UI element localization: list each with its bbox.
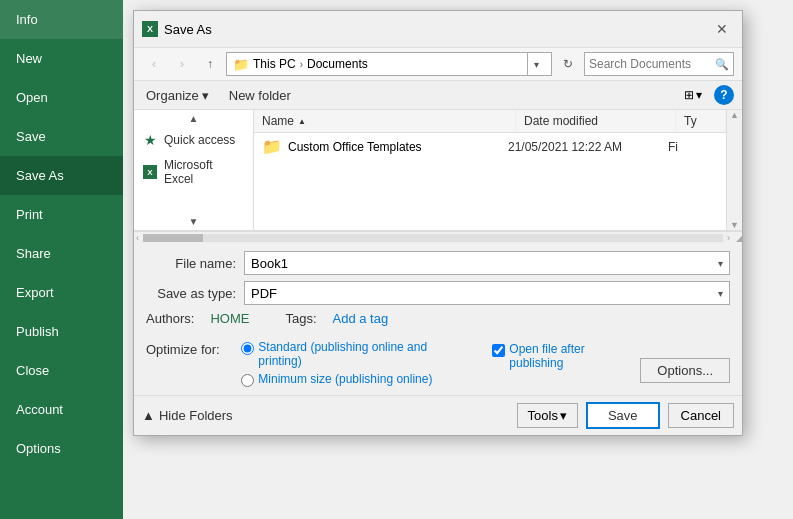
sidebar-item-new[interactable]: New xyxy=(0,39,123,78)
checkbox-open-input[interactable] xyxy=(492,344,505,357)
savetype-dropdown[interactable]: PDF ▾ xyxy=(244,281,730,305)
up-button[interactable]: ↑ xyxy=(198,52,222,76)
scroll-down-area: ▼ xyxy=(134,213,253,230)
resize-handle[interactable]: ◢ xyxy=(732,233,742,243)
search-input[interactable] xyxy=(589,57,715,71)
column-name-label: Name xyxy=(262,114,294,128)
microsoft-excel-item[interactable]: X Microsoft Excel xyxy=(134,153,253,191)
excel-icon-small: X xyxy=(143,165,157,179)
view-dropdown-icon: ▾ xyxy=(696,88,702,102)
options-button[interactable]: Options... xyxy=(640,358,730,383)
excel-icon: X xyxy=(142,21,158,37)
back-button[interactable]: ‹ xyxy=(142,52,166,76)
breadcrumb-root: This PC xyxy=(253,57,296,71)
authors-label: Authors: xyxy=(146,311,194,326)
column-name[interactable]: Name ▲ xyxy=(254,110,516,132)
help-button[interactable]: ? xyxy=(714,85,734,105)
savetype-label: Save as type: xyxy=(146,286,236,301)
scroll-down-arrow[interactable]: ▼ xyxy=(188,215,200,228)
breadcrumb-separator: › xyxy=(300,59,303,70)
sidebar-item-info[interactable]: Info xyxy=(0,0,123,39)
vertical-scrollbar[interactable]: ▲ ▼ xyxy=(726,110,742,230)
column-date[interactable]: Date modified xyxy=(516,110,676,132)
star-icon: ★ xyxy=(144,132,157,148)
radio-standard-label: Standard (publishing online and printing… xyxy=(258,340,446,368)
h-scroll-thumb xyxy=(143,234,203,242)
forward-button[interactable]: › xyxy=(170,52,194,76)
sidebar-item-open[interactable]: Open xyxy=(0,78,123,117)
savetype-value: PDF xyxy=(251,286,718,301)
quick-access-item[interactable]: ★ Quick access xyxy=(134,127,253,153)
sidebar-item-save-as[interactable]: Save As xyxy=(0,156,123,195)
search-box[interactable]: 🔍 xyxy=(584,52,734,76)
dialog-titlebar: X Save As ✕ xyxy=(134,11,742,48)
file-name-text: Custom Office Templates xyxy=(288,140,422,154)
browser-area: ▲ ★ Quick access X Microsoft Excel xyxy=(134,110,742,231)
tools-button[interactable]: Tools ▾ xyxy=(517,403,578,428)
tags-label: Tags: xyxy=(285,311,316,326)
file-type-cell: Fi xyxy=(668,140,718,154)
navigation-toolbar: ‹ › ↑ 📁 This PC › Documents ▾ ↻ 🔍 xyxy=(134,48,742,81)
file-name-cell: 📁 Custom Office Templates xyxy=(262,137,508,156)
horizontal-scrollbar[interactable]: ‹ › ◢ xyxy=(134,231,742,243)
save-as-dialog: X Save As ✕ ‹ › ↑ 📁 This PC › Documents … xyxy=(133,10,743,436)
new-folder-button[interactable]: New folder xyxy=(225,86,295,105)
sidebar-item-save[interactable]: Save xyxy=(0,117,123,156)
authors-value[interactable]: HOME xyxy=(210,311,249,326)
hide-folders-button[interactable]: ▲ Hide Folders xyxy=(142,408,233,423)
view-icon: ⊞ xyxy=(684,88,694,102)
sidebar-item-share[interactable]: Share xyxy=(0,234,123,273)
radio-minimum-label: Minimum size (publishing online) xyxy=(258,372,432,386)
filename-row: File name: ▾ xyxy=(146,251,730,275)
options-area: Optimize for: Standard (publishing onlin… xyxy=(134,334,742,395)
close-button[interactable]: ✕ xyxy=(710,17,734,41)
cancel-button[interactable]: Cancel xyxy=(668,403,734,428)
main-content: Save As X Save As ✕ ‹ › ↑ 📁 This PC › xyxy=(123,0,793,519)
column-type-label: Ty xyxy=(684,114,697,128)
radio-standard-input[interactable] xyxy=(241,342,254,355)
sidebar-item-export[interactable]: Export xyxy=(0,273,123,312)
search-icon: 🔍 xyxy=(715,58,729,71)
table-row[interactable]: 📁 Custom Office Templates 21/05/2021 12:… xyxy=(254,133,726,160)
sidebar-item-print[interactable]: Print xyxy=(0,195,123,234)
file-list: Name ▲ Date modified Ty 📁 Cus xyxy=(254,110,726,230)
add-tag-link[interactable]: Add a tag xyxy=(333,311,389,326)
sidebar-item-publish[interactable]: Publish xyxy=(0,312,123,351)
dialog-footer: ▲ Hide Folders Tools ▾ Save Cancel xyxy=(134,395,742,435)
organize-button[interactable]: Organize ▾ xyxy=(142,86,213,105)
dialog-overlay: X Save As ✕ ‹ › ↑ 📁 This PC › Documents … xyxy=(123,0,793,519)
sidebar-item-close[interactable]: Close xyxy=(0,351,123,390)
scroll-up-arrow[interactable]: ▲ xyxy=(188,112,200,125)
sort-icon: ▲ xyxy=(298,117,306,126)
save-button[interactable]: Save xyxy=(586,402,660,429)
file-list-header: Name ▲ Date modified Ty xyxy=(254,110,726,133)
view-button[interactable]: ⊞ ▾ xyxy=(684,88,702,102)
breadcrumb-dropdown[interactable]: ▾ xyxy=(527,53,545,75)
savetype-row: Save as type: PDF ▾ xyxy=(146,281,730,305)
file-date-cell: 21/05/2021 12:22 AM xyxy=(508,140,668,154)
tools-dropdown-icon: ▾ xyxy=(560,408,567,423)
quick-access-label: Quick access xyxy=(164,133,235,147)
microsoft-excel-label: Microsoft Excel xyxy=(164,158,245,186)
checkbox-open-item[interactable]: Open file after publishing xyxy=(492,342,624,370)
folder-icon: 📁 xyxy=(262,137,282,156)
radio-standard-item[interactable]: Standard (publishing online and printing… xyxy=(241,340,446,368)
dialog-title-left: X Save As xyxy=(142,21,212,37)
checkbox-open-label: Open file after publishing xyxy=(509,342,624,370)
radio-minimum-input[interactable] xyxy=(241,374,254,387)
sidebar-item-account[interactable]: Account xyxy=(0,390,123,429)
filename-input[interactable] xyxy=(251,256,718,271)
column-type[interactable]: Ty xyxy=(676,110,726,132)
checkbox-group: Open file after publishing xyxy=(492,342,624,370)
quick-access-icon: ★ xyxy=(142,132,158,148)
breadcrumb[interactable]: 📁 This PC › Documents ▾ xyxy=(226,52,552,76)
hide-folders-label: Hide Folders xyxy=(159,408,233,423)
refresh-button[interactable]: ↻ xyxy=(556,52,580,76)
radio-minimum-item[interactable]: Minimum size (publishing online) xyxy=(241,372,446,387)
tools-label: Tools xyxy=(528,408,558,423)
h-scroll-track[interactable] xyxy=(143,234,723,242)
sidebar-item-options[interactable]: Options xyxy=(0,429,123,468)
left-panel: ▲ ★ Quick access X Microsoft Excel xyxy=(134,110,254,230)
filename-input-wrapper[interactable]: ▾ xyxy=(244,251,730,275)
authors-tags-row: Authors: HOME Tags: Add a tag xyxy=(146,311,730,326)
